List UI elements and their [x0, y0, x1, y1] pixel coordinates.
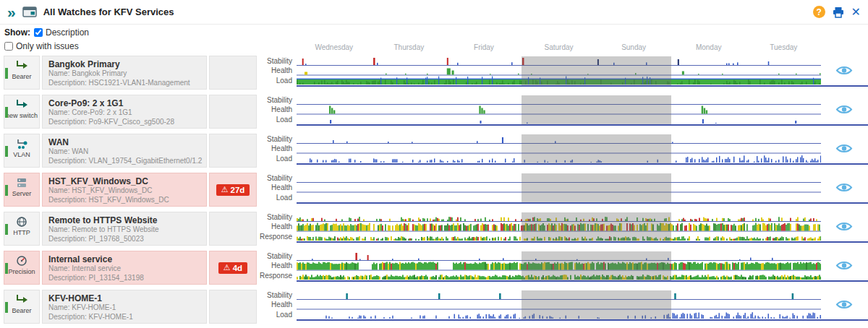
watch-row: Server HST_KFV_Windows_DC Name: HST_KFV_…: [0, 171, 868, 210]
watch-type-icon: [15, 216, 28, 228]
watch-type-icon: [14, 294, 29, 306]
chart-canvas: [297, 251, 821, 280]
metric-label: Health: [257, 183, 292, 192]
eye-icon[interactable]: [835, 65, 853, 76]
watch-type-label: Precision: [8, 269, 35, 276]
status-indicator: [5, 263, 8, 274]
only-with-issues-toggle[interactable]: Only with issues: [4, 41, 79, 51]
view-details-cell: [821, 95, 867, 124]
warning-icon: ⚠: [221, 186, 229, 194]
metric-label: Stability: [257, 290, 292, 300]
chart-zone: [297, 56, 868, 87]
close-button[interactable]: ✕: [851, 7, 861, 18]
metric-label: Load: [257, 193, 292, 202]
watch-type-cell[interactable]: Bearer: [4, 56, 40, 90]
only-with-issues-checkbox[interactable]: [4, 42, 13, 51]
collapse-panel-icon[interactable]: »: [7, 4, 16, 20]
description-toggle[interactable]: Description: [34, 27, 89, 38]
watch-type-icon: [15, 177, 28, 189]
watch-name: Name: WAN: [48, 147, 200, 157]
chart-zone: [297, 134, 868, 165]
print-icon[interactable]: [832, 7, 845, 18]
watch-type-label: HTTP: [13, 230, 30, 237]
watch-row: HTTP Remote to HTTPS Website Name: Remot…: [0, 210, 868, 249]
issue-duration-text: 4d: [233, 264, 242, 272]
controls-bar: Show: Description Only with issues Wedne…: [0, 25, 868, 53]
chart-canvas: [297, 173, 821, 202]
watch-card[interactable]: Internal service Name: Internal service …: [42, 251, 207, 285]
metric-label: Load: [257, 154, 292, 163]
metric-label: Health: [257, 144, 292, 153]
status-indicator: [5, 185, 8, 196]
chart-zone: [297, 212, 868, 243]
watch-description: Description: KFV-HOME-1: [48, 313, 200, 322]
view-details-cell: [821, 212, 867, 241]
watch-card[interactable]: HST_KFV_Windows_DC Name: HST_KFV_Windows…: [42, 173, 207, 207]
metric-label: Stability: [257, 95, 292, 105]
chart-canvas: [297, 134, 821, 163]
watch-badge-cell: ⚠ 4d: [209, 251, 257, 285]
eye-icon[interactable]: [835, 299, 853, 310]
metric-labels: StabilityHealthResponse: [257, 212, 297, 241]
metric-label: Stability: [257, 173, 292, 183]
description-checkbox[interactable]: [34, 28, 43, 37]
watch-badge-cell: ⚠: [209, 95, 257, 129]
watch-title: Bangkok Primary: [48, 59, 200, 69]
watch-type-label: new switch: [6, 113, 38, 120]
watch-timeline-chart[interactable]: [297, 251, 821, 280]
watch-type-cell[interactable]: Precision: [4, 251, 40, 285]
watch-screen-icon: [22, 7, 37, 17]
watch-title: WAN: [48, 137, 200, 147]
watch-card[interactable]: Remote to HTTPS Website Name: Remote to …: [42, 212, 207, 246]
eye-icon[interactable]: [835, 260, 853, 271]
watch-name: Name: HST_KFV_Windows_DC: [48, 186, 200, 196]
eye-icon[interactable]: [835, 143, 853, 154]
metric-labels: StabilityHealthLoad: [257, 134, 297, 163]
watch-timeline-chart[interactable]: [297, 56, 821, 85]
watch-description: Description: PI_13154_13198: [48, 274, 200, 283]
watch-name: Name: Core-Po9: 2 x 1G1: [48, 108, 200, 118]
watch-type-label: Bearer: [12, 74, 31, 81]
watch-badge-cell: ⚠: [209, 134, 257, 168]
metric-labels: StabilityHealthLoad: [257, 173, 297, 202]
help-button[interactable]: ?: [813, 6, 825, 18]
watch-timeline-chart[interactable]: [297, 95, 821, 124]
watch-badge-cell: ⚠: [209, 290, 257, 324]
view-details-cell: [821, 251, 867, 280]
watch-row: new switch Core-Po9: 2 x 1G1 Name: Core-…: [0, 92, 868, 131]
watch-type-cell[interactable]: HTTP: [4, 212, 40, 246]
watch-row: Bearer Bangkok Primary Name: Bangkok Pri…: [0, 53, 868, 92]
eye-icon[interactable]: [835, 104, 853, 115]
metric-label: Load: [257, 115, 292, 124]
watch-timeline-chart[interactable]: [297, 212, 821, 241]
watch-type-cell[interactable]: VLAN: [4, 134, 40, 168]
metric-label: Health: [257, 261, 292, 270]
view-details-cell: [821, 173, 867, 202]
watch-card[interactable]: Core-Po9: 2 x 1G1 Name: Core-Po9: 2 x 1G…: [42, 95, 207, 129]
issue-duration-badge: ⚠ 27d: [216, 184, 250, 196]
metric-labels: StabilityHealthResponse: [257, 251, 297, 280]
day-label: Thursday: [372, 43, 447, 51]
watch-timeline-chart[interactable]: [297, 173, 821, 202]
watch-type-cell[interactable]: Server: [4, 173, 40, 207]
watch-card[interactable]: WAN Name: WAN Description: VLAN_19754_Gi…: [42, 134, 207, 168]
watch-type-label: Bearer: [12, 308, 31, 315]
watch-timeline-chart[interactable]: [297, 134, 821, 163]
metric-label: Load: [257, 76, 292, 85]
watch-type-cell[interactable]: Bearer: [4, 290, 40, 324]
chart-canvas: [297, 95, 821, 124]
day-label: Sunday: [596, 43, 671, 51]
eye-icon[interactable]: [835, 182, 853, 193]
metric-labels: StabilityHealthLoad: [257, 290, 297, 319]
watch-title: HST_KFV_Windows_DC: [48, 176, 200, 186]
chart-canvas: [297, 212, 821, 241]
filter-line: Only with issues WednesdayThursdayFriday…: [4, 39, 864, 53]
eye-icon[interactable]: [835, 221, 853, 232]
watch-type-label: Server: [12, 191, 32, 198]
watch-type-cell[interactable]: new switch: [4, 95, 40, 129]
issue-duration-text: 27d: [231, 186, 245, 194]
watch-timeline-chart[interactable]: [297, 290, 821, 319]
watch-card[interactable]: Bangkok Primary Name: Bangkok Primary De…: [42, 56, 207, 90]
watch-card[interactable]: KFV-HOME-1 Name: KFV-HOME-1 Description:…: [42, 290, 207, 324]
watch-type-icon: [15, 255, 28, 267]
